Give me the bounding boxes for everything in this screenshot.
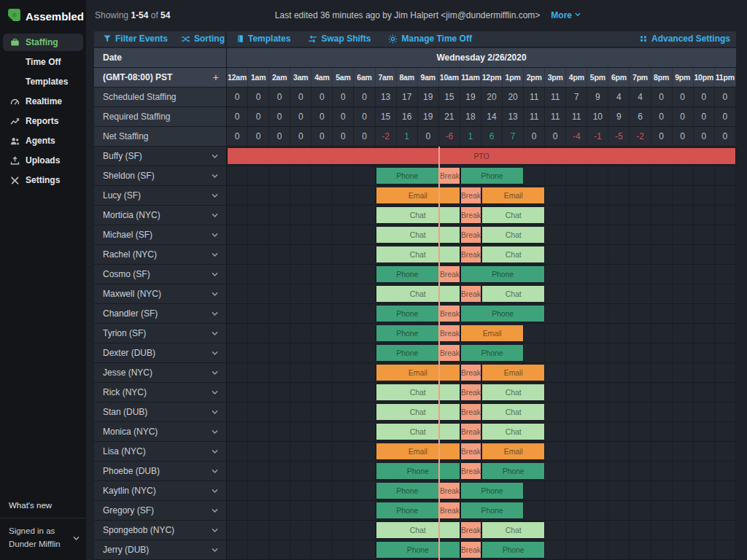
chat-shift-block[interactable]: Chat: [481, 246, 545, 263]
agent-name-cell[interactable]: Sheldon (SF): [94, 166, 227, 186]
chat-shift-block[interactable]: Chat: [376, 246, 460, 263]
chevron-down-icon[interactable]: [211, 310, 219, 318]
chat-shift-block[interactable]: Chat: [481, 206, 545, 224]
account-menu[interactable]: Signed in as Dunder Mifflin: [0, 518, 86, 551]
chat-shift-block[interactable]: Chat: [376, 521, 460, 539]
phone-shift-block[interactable]: Phone: [460, 344, 524, 362]
manage-time-off-button[interactable]: Manage Time Off: [388, 34, 471, 44]
break-shift-block[interactable]: Break: [460, 285, 481, 303]
agent-name-cell[interactable]: Spongebob (NYC): [94, 521, 227, 540]
phone-shift-block[interactable]: Phone: [481, 462, 545, 480]
agent-name-cell[interactable]: Dexter (DUB): [94, 343, 227, 363]
brand[interactable]: Assembled: [0, 0, 86, 34]
sidebar-item-reports[interactable]: Reports: [3, 112, 83, 130]
chat-shift-block[interactable]: Chat: [481, 285, 545, 303]
phone-shift-block[interactable]: Phone: [376, 344, 439, 362]
chevron-down-icon[interactable]: [211, 507, 219, 515]
agent-name-cell[interactable]: Kaytlin (NYC): [94, 481, 227, 501]
chevron-down-icon[interactable]: [72, 534, 80, 542]
agent-name-cell[interactable]: Jesse (NYC): [94, 363, 227, 383]
phone-shift-block[interactable]: Phone: [376, 541, 460, 559]
chevron-down-icon[interactable]: [211, 251, 219, 259]
agent-name-cell[interactable]: Cosmo (SF): [94, 265, 227, 284]
agent-name-cell[interactable]: Rick (NYC): [94, 383, 227, 402]
chevron-down-icon[interactable]: [211, 330, 219, 338]
agent-name-cell[interactable]: Jerry (DUB): [94, 540, 227, 560]
agent-name-cell[interactable]: Morticia (NYC): [94, 206, 227, 225]
sidebar-item-realtime[interactable]: Realtime: [3, 93, 83, 110]
chat-shift-block[interactable]: Chat: [376, 384, 460, 401]
sidebar-item-templates[interactable]: Templates: [3, 73, 83, 90]
phone-shift-block[interactable]: Phone: [460, 502, 524, 519]
chat-shift-block[interactable]: Chat: [481, 521, 545, 539]
chevron-down-icon[interactable]: [211, 231, 219, 239]
break-shift-block[interactable]: Break: [439, 344, 460, 362]
agent-name-cell[interactable]: Buffy (SF): [94, 147, 227, 166]
chevron-down-icon[interactable]: [211, 271, 219, 279]
email-shift-block[interactable]: Email: [376, 187, 460, 204]
phone-shift-block[interactable]: Phone: [376, 462, 460, 480]
filter-events-button[interactable]: Filter Events: [103, 34, 168, 44]
chevron-down-icon[interactable]: [211, 448, 219, 456]
break-shift-block[interactable]: Break: [439, 265, 460, 283]
agent-name-cell[interactable]: Maxwell (NYC): [94, 284, 227, 304]
chat-shift-block[interactable]: Chat: [376, 423, 460, 440]
break-shift-block[interactable]: Break: [439, 167, 460, 184]
email-shift-block[interactable]: Email: [376, 364, 460, 381]
break-shift-block[interactable]: Break: [460, 364, 481, 381]
whats-new-link[interactable]: What's new: [0, 495, 86, 518]
chevron-down-icon[interactable]: [211, 192, 219, 200]
chat-shift-block[interactable]: Chat: [481, 423, 545, 440]
chevron-down-icon[interactable]: [211, 369, 219, 377]
break-shift-block[interactable]: Break: [439, 502, 460, 519]
pto-shift-block[interactable]: PTO: [227, 147, 736, 165]
phone-shift-block[interactable]: Phone: [460, 167, 524, 184]
sidebar-item-settings[interactable]: Settings: [3, 171, 83, 189]
agent-name-cell[interactable]: Phoebe (DUB): [94, 462, 227, 481]
email-shift-block[interactable]: Email: [481, 187, 545, 204]
sorting-button[interactable]: Sorting: [181, 34, 225, 44]
templates-button[interactable]: Templates: [236, 34, 290, 44]
agent-name-cell[interactable]: Monica (NYC): [94, 422, 227, 442]
phone-shift-block[interactable]: Phone: [481, 541, 545, 559]
agent-name-cell[interactable]: Gregory (SF): [94, 501, 227, 521]
break-shift-block[interactable]: Break: [460, 187, 481, 204]
email-shift-block[interactable]: Email: [460, 324, 524, 342]
break-shift-block[interactable]: Break: [439, 305, 460, 322]
agent-name-cell[interactable]: Michael (SF): [94, 225, 227, 245]
break-shift-block[interactable]: Break: [460, 206, 481, 224]
chat-shift-block[interactable]: Chat: [376, 206, 460, 224]
agent-name-cell[interactable]: Rachel (NYC): [94, 245, 227, 265]
phone-shift-block[interactable]: Phone: [376, 305, 439, 322]
chat-shift-block[interactable]: Chat: [481, 226, 545, 244]
agent-name-cell[interactable]: Lucy (SF): [94, 186, 227, 206]
break-shift-block[interactable]: Break: [460, 226, 481, 244]
add-row-button[interactable]: +: [213, 71, 219, 83]
email-shift-block[interactable]: Email: [481, 443, 545, 460]
break-shift-block[interactable]: Break: [460, 462, 481, 480]
chevron-down-icon[interactable]: [211, 349, 219, 357]
chat-shift-block[interactable]: Chat: [481, 403, 545, 421]
phone-shift-block[interactable]: Phone: [460, 265, 545, 283]
break-shift-block[interactable]: Break: [460, 541, 481, 559]
phone-shift-block[interactable]: Phone: [376, 482, 439, 499]
break-shift-block[interactable]: Break: [439, 482, 460, 499]
sidebar-item-uploads[interactable]: Uploads: [3, 152, 83, 169]
chevron-down-icon[interactable]: [211, 152, 219, 160]
phone-shift-block[interactable]: Phone: [376, 167, 439, 184]
break-shift-block[interactable]: Break: [439, 324, 460, 342]
more-button[interactable]: More: [551, 10, 581, 20]
chevron-down-icon[interactable]: [211, 389, 219, 397]
break-shift-block[interactable]: Break: [460, 246, 481, 263]
sidebar-item-staffing[interactable]: Staffing: [3, 34, 83, 51]
chevron-down-icon[interactable]: [211, 546, 219, 554]
chevron-down-icon[interactable]: [211, 290, 219, 298]
advanced-settings-button[interactable]: Advanced Settings: [639, 34, 730, 44]
agent-name-cell[interactable]: Tyrion (SF): [94, 324, 227, 343]
email-shift-block[interactable]: Email: [481, 364, 545, 381]
swap-shifts-button[interactable]: Swap Shifts: [308, 34, 371, 44]
chevron-down-icon[interactable]: [211, 487, 219, 495]
chat-shift-block[interactable]: Chat: [376, 403, 460, 421]
phone-shift-block[interactable]: Phone: [376, 265, 439, 283]
chevron-down-icon[interactable]: [211, 408, 219, 416]
